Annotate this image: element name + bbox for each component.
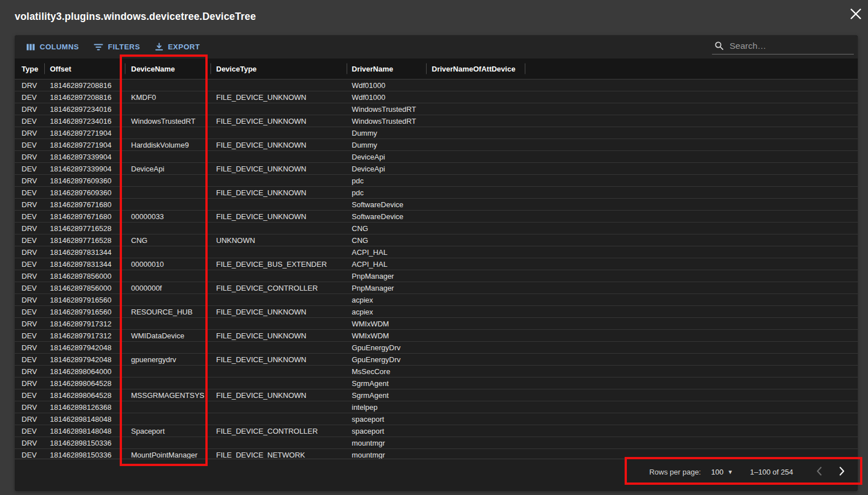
table-row[interactable]: DRV181462897856000PnpManager [15, 270, 858, 282]
cell-offset: 181462897716528 [44, 224, 125, 233]
cell-devicename: DeviceApi [125, 165, 210, 173]
column-header-drivernameofattdevice[interactable]: DriverNameOfAttDevice [426, 58, 525, 79]
cell-drivername: SgrmAgent [347, 391, 426, 400]
cell-drivername: mountmgr [347, 451, 426, 459]
table-row[interactable]: DEV181462897716528CNGUNKNOWNCNG [15, 234, 858, 246]
table-row[interactable]: DRV181462897208816Wdf01000 [15, 79, 858, 91]
table-row[interactable]: DRV181462898148048spaceport [15, 413, 858, 425]
table-row[interactable]: DEV181462898150336MountPointManagerFILE_… [15, 449, 858, 459]
table-row[interactable]: DEV181462897339904DeviceApiFILE_DEVICE_U… [15, 163, 858, 175]
table-row[interactable]: DEV18146289767168000000033FILE_DEVICE_UN… [15, 211, 858, 223]
table-row[interactable]: DRV181462897609360pdc [15, 175, 858, 187]
table-row[interactable]: DEV1814628978560000000000fFILE_DEVICE_CO… [15, 282, 858, 294]
cell-devicetype: FILE_DEVICE_UNKNOWN [210, 308, 347, 316]
cell-devicetype: FILE_DEVICE_CONTROLLER [210, 284, 347, 292]
cell-offset: 181462898064000 [44, 367, 125, 376]
cell-type: DEV [15, 332, 44, 340]
cell-drivername: Dummy [347, 141, 426, 149]
cell-offset: 181462897339904 [44, 165, 125, 173]
table-row[interactable]: DRV181462897916560acpiex [15, 294, 858, 306]
cell-offset: 181462897671680 [44, 212, 125, 221]
close-button[interactable] [848, 7, 863, 23]
table-row[interactable]: DEV181462898064528MSSGRMAGENTSYSFILE_DEV… [15, 389, 858, 401]
cell-drivername: DeviceApi [347, 153, 426, 161]
column-header-offset[interactable]: Offset [44, 58, 125, 79]
cell-drivername: Wdf01000 [347, 81, 426, 90]
cell-offset: 181462897942048 [44, 343, 125, 352]
cell-drivername: pdc [347, 188, 426, 197]
search-input[interactable] [728, 40, 853, 52]
columns-button[interactable]: COLUMNS [20, 39, 85, 55]
datagrid-toolbar: COLUMNS FILTERS EXPORT [15, 35, 858, 58]
table-row[interactable]: DRV181462898064000MsSecCore [15, 366, 858, 377]
cell-type: DRV [15, 105, 44, 114]
next-page-button[interactable] [834, 464, 850, 480]
column-header-type[interactable]: Type [15, 58, 44, 79]
table-row[interactable]: DRV181462897942048GpuEnergyDrv [15, 342, 858, 354]
table-row[interactable]: DEV18146289783134400000010FILE_DEVICE_BU… [15, 258, 858, 270]
table-row[interactable]: DEV181462897234016WindowsTrustedRTFILE_D… [15, 115, 858, 127]
column-header-devicename[interactable]: DeviceName [125, 58, 210, 79]
cell-type: DRV [15, 248, 44, 257]
cell-type: DEV [15, 212, 44, 221]
datagrid-panel: COLUMNS FILTERS EXPORT Type Offset Devic… [15, 35, 858, 491]
rows-per-page-select[interactable]: 100 ▼ [711, 468, 733, 476]
cell-offset: 181462897856000 [44, 284, 125, 292]
cell-type: DEV [15, 236, 44, 245]
cell-offset: 181462897856000 [44, 272, 125, 280]
filters-button[interactable]: FILTERS [88, 39, 146, 54]
column-header-drivername[interactable]: DriverName [347, 58, 426, 79]
table-row[interactable]: DRV181462897234016WindowsTrustedRT [15, 103, 858, 115]
cell-devicename: Spaceport [125, 427, 210, 435]
column-header-label: Offset [50, 65, 71, 73]
cell-devicename: MountPointManager [125, 451, 210, 459]
cell-type: DEV [15, 117, 44, 125]
table-row[interactable]: DEV181462897609360FILE_DEVICE_UNKNOWNpdc [15, 187, 858, 199]
table-row[interactable]: DEV181462897916560RESOURCE_HUBFILE_DEVIC… [15, 306, 858, 318]
table-row[interactable]: DRV181462898126368intelpep [15, 401, 858, 413]
cell-offset: 181462897208816 [44, 93, 125, 102]
column-header-devicetype[interactable]: DeviceType [210, 58, 347, 79]
cell-type: DEV [15, 141, 44, 149]
cell-offset: 181462897916560 [44, 296, 125, 304]
cell-drivername: WindowsTrustedRT [347, 105, 426, 114]
cell-devicename: RESOURCE_HUB [125, 308, 210, 316]
cell-devicetype: UNKNOWN [210, 236, 347, 245]
export-button[interactable]: EXPORT [149, 39, 205, 54]
column-header-label: DeviceType [216, 65, 256, 73]
rows-per-page-value: 100 [711, 468, 723, 476]
table-row[interactable]: DEV181462897271904HarddiskVolume9FILE_DE… [15, 139, 858, 151]
cell-drivername: CNG [347, 236, 426, 245]
cell-offset: 181462897916560 [44, 308, 125, 316]
table-row[interactable]: DRV181462897671680SoftwareDevice [15, 199, 858, 211]
table-row[interactable]: DRV181462897831344ACPI_HAL [15, 246, 858, 258]
table-row[interactable]: DRV181462898064528SgrmAgent [15, 377, 858, 389]
table-row[interactable]: DRV181462898150336mountmgr [15, 437, 858, 449]
cell-type: DEV [15, 284, 44, 292]
table-row[interactable]: DRV181462897716528CNG [15, 223, 858, 234]
cell-offset: 181462897208816 [44, 81, 125, 90]
table-row[interactable]: DRV181462897917312WMIxWDM [15, 318, 858, 330]
cell-offset: 181462897339904 [44, 153, 125, 161]
table-row[interactable]: DEV181462897208816KMDF0FILE_DEVICE_UNKNO… [15, 91, 858, 103]
cell-type: DEV [15, 308, 44, 316]
cell-offset: 181462897671680 [44, 200, 125, 209]
cell-type: DRV [15, 153, 44, 161]
cell-devicetype: FILE_DEVICE_UNKNOWN [210, 188, 347, 197]
table-footer: Rows per page: 100 ▼ 1–100 of 254 [15, 459, 858, 491]
table-row[interactable]: DEV181462897942048gpuenergydrvFILE_DEVIC… [15, 354, 858, 366]
chevron-right-icon [839, 467, 845, 477]
cell-type: DRV [15, 200, 44, 209]
previous-page-button[interactable] [811, 464, 827, 480]
cell-devicename: 0000000f [125, 284, 210, 292]
table-row[interactable]: DRV181462897271904Dummy [15, 127, 858, 139]
cell-devicetype: FILE_DEVICE_NETWORK [210, 451, 347, 459]
cell-devicename: CNG [125, 236, 210, 245]
table-row[interactable]: DRV181462897339904DeviceApi [15, 151, 858, 163]
filter-list-icon [94, 43, 103, 51]
table-row[interactable]: DEV181462897917312WMIDataDeviceFILE_DEVI… [15, 330, 858, 342]
cell-offset: 181462898126368 [44, 403, 125, 412]
cell-offset: 181462897917312 [44, 320, 125, 328]
cell-offset: 181462897831344 [44, 260, 125, 269]
table-row[interactable]: DEV181462898148048SpaceportFILE_DEVICE_C… [15, 425, 858, 437]
